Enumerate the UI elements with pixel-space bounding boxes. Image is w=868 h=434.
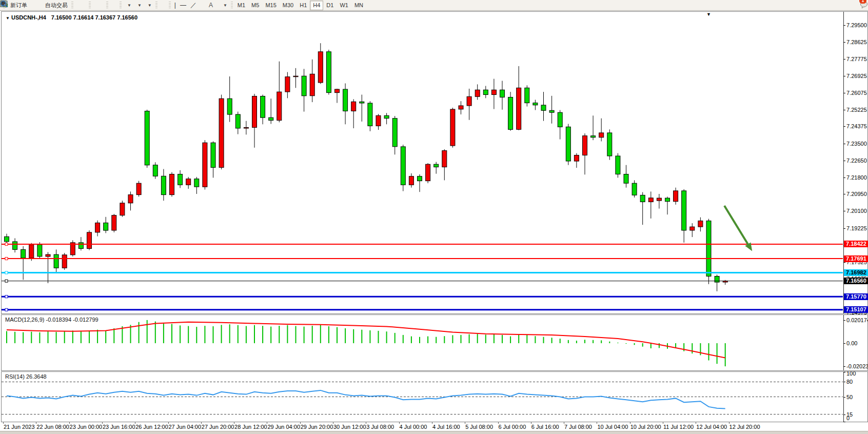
timeframe-m15-button[interactable]: M15 [262,1,279,10]
time-tick-label: 3 Jul 08:00 [366,424,394,430]
crosshair-tool-button[interactable] [163,0,167,10]
timeframe-m5-button[interactable]: M5 [248,1,262,10]
macd-tick-mark [843,366,845,367]
time-tick-label: 29 Jun 04:00 [267,424,300,430]
toolbar-grip[interactable] [120,2,122,9]
zoom-out-button[interactable] [96,0,101,10]
timeframe-m1-button[interactable]: M1 [234,1,248,10]
channel-tool-button[interactable]: E [199,0,203,10]
chevron-down-icon: ▼ [127,3,131,8]
price-tick-label: 7.23500 [846,141,867,147]
time-tick-label: 6 Jul 00:00 [499,424,526,430]
price-tag: 7.18422 [844,241,868,247]
macd-chart [2,315,843,370]
rsi-tick-mark [843,415,845,415]
toolbar-grip[interactable] [106,2,108,9]
timeframe-h1-button[interactable]: H1 [297,1,310,10]
rsi-scale-label: 100 [846,370,856,377]
chevron-down-icon: ▼ [148,3,152,8]
price-tick-mark [843,177,845,178]
line-anchor-marker[interactable] [5,295,8,298]
vertical-line-tool-button[interactable]: | [172,0,178,10]
text-label-tool-button[interactable]: T [215,0,219,10]
toolbar-grip[interactable] [89,2,91,9]
timeframe-mn-button[interactable]: MN [351,1,366,10]
price-tick-label: 7.28625 [846,39,867,45]
time-tick-label: 5 Jul 08:00 [465,424,493,430]
rsi-tick-mark [843,372,845,372]
rsi-scale-label: 0 [846,415,850,421]
auto-trading-button[interactable]: 自动交易 [42,0,70,10]
template-button[interactable]: ▼ [144,0,154,10]
rsi-line [7,390,725,409]
macd-tick-mark [843,343,845,344]
timeframe-h4-button[interactable]: H4 [310,1,323,10]
new-order-label: 新订单 [10,2,27,9]
chart-shift-marker-icon[interactable]: ▼ [706,12,711,17]
line-anchor-marker[interactable] [5,280,8,282]
price-tick-mark [843,262,845,263]
macd-scale-label: 0.00 [846,340,857,346]
trendline-tool-button[interactable]: ／ [188,0,199,10]
macd-panel: MACD(12,26,9) -0.018394 -0.012799 0.0201… [1,314,868,371]
candlestick-chart-type-button[interactable] [79,0,83,10]
tile-windows-button[interactable] [101,0,105,10]
broadcast-button[interactable] [37,0,42,10]
time-tick-label: 7 Jul 08:00 [564,424,592,430]
price-tick-label: 7.27775 [846,56,867,62]
macd-scale-label: 0.020174 [846,317,868,323]
bar-chart-type-button[interactable] [75,0,79,10]
cleanup-button[interactable] [29,0,33,10]
line-anchor-marker[interactable] [5,271,8,274]
line-anchor-marker[interactable] [5,243,8,245]
time-tick-label: 23 Jun 16:00 [103,424,135,430]
toolbar-grip[interactable] [231,2,233,9]
collapse-triangle-icon[interactable]: ▼ [6,16,10,21]
trendline-icon: ／ [190,2,196,8]
zoom-in-button[interactable] [92,0,96,10]
arrows-tool-button[interactable]: ▼ [219,0,229,10]
time-tick-label: 4 Jul 00:00 [400,424,427,430]
add-indicator-button[interactable]: ▼ [123,0,133,10]
time-tick-label: 4 Jul 16:00 [432,424,460,430]
price-tick-mark [843,76,845,76]
price-tick-label: 7.20950 [846,191,867,197]
toolbar-grip[interactable] [71,2,73,9]
price-tick-label: 7.25225 [846,107,867,113]
toolbar-grip[interactable] [169,2,171,9]
time-axis[interactable]: 21 Jun 202322 Jun 08:0023 Jun 00:0023 Ju… [1,422,868,431]
cursor-tool-button[interactable] [159,0,163,10]
timeframe-m30-button[interactable]: M30 [280,1,297,10]
time-tick-label: 23 Jun 00:00 [70,424,103,430]
time-tick-label: 6 Jul 16:00 [531,424,559,430]
timeframe-w1-button[interactable]: W1 [337,1,351,10]
toolbar-grip[interactable] [155,2,157,9]
auto-scroll-button[interactable] [110,0,114,10]
new-order-button[interactable]: 新订单 [7,0,29,10]
price-tick-mark [843,110,845,110]
text-tool-button[interactable]: A [207,0,215,10]
line-chart-type-button[interactable] [83,0,87,10]
rsi-chart [2,372,843,422]
price-tick-mark [843,144,845,144]
search-button[interactable] [851,0,855,10]
notifications-button[interactable]: 1 [859,0,863,10]
horizontal-line-tool-button[interactable]: — [178,0,188,10]
price-tick-mark [843,25,845,26]
time-tick-label: 27 Jun 20:00 [202,424,234,430]
fibonacci-tool-button[interactable]: F [203,0,207,10]
macd-tick-mark [843,320,845,321]
chart-shift-button[interactable] [114,0,118,10]
main-chart-panel: ▼ USDCNH-,H4 7.16500 7.16614 7.16367 7.1… [1,11,868,314]
periods-button[interactable]: ▼ [133,0,144,10]
price-tick-label: 7.24375 [846,123,867,129]
line-anchor-marker[interactable] [5,308,8,311]
price-tick-mark [843,93,845,93]
time-tick-label: 10 Jul 04:00 [597,424,628,430]
rsi-panel: RSI(14) 26.3648 1008050150 [1,371,868,422]
line-anchor-marker[interactable] [5,258,8,260]
chart-window-button[interactable] [33,0,37,10]
time-tick-label: 29 Jun 20:00 [301,424,333,430]
horizontal-line-icon: — [180,2,186,8]
timeframe-d1-button[interactable]: D1 [323,1,337,10]
